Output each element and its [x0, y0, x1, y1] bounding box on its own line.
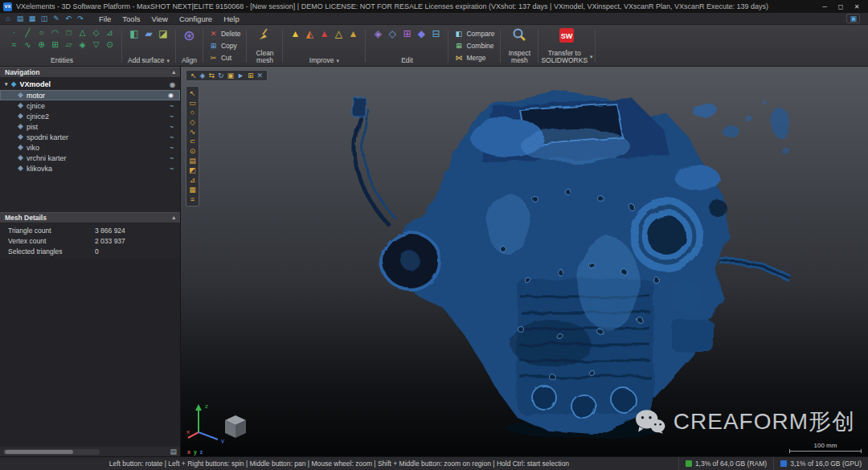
entity-tool-icon[interactable]: □ — [63, 27, 75, 39]
tree-item-pist[interactable]: pist ~ — [0, 121, 180, 132]
selection-tool-icon[interactable]: ↖ — [190, 89, 196, 97]
inspect-mesh-button[interactable]: Inspect mesh — [502, 27, 537, 65]
close-button[interactable]: ✕ — [849, 3, 865, 10]
visibility-toggle-icon[interactable]: ~ — [170, 112, 174, 121]
menu-item-tools[interactable]: Tools — [117, 14, 145, 23]
copy-button[interactable]: ⊞ Copy — [207, 40, 243, 51]
visibility-toggle-icon[interactable]: ~ — [170, 133, 174, 141]
menu-item-view[interactable]: View — [146, 14, 174, 23]
edit-tool-icon[interactable]: ⊞ — [400, 27, 413, 40]
entity-tool-icon[interactable]: ∿ — [22, 39, 34, 51]
tree-item-spodni-karter[interactable]: spodni karter ~ — [0, 132, 180, 142]
selection-tool-icon[interactable]: ◩ — [189, 166, 196, 174]
entity-tool-icon[interactable]: ⊕ — [35, 39, 47, 51]
tree-root-vxmodel[interactable]: ▾ VXmodel ◉ — [0, 79, 180, 90]
quick-access-icon[interactable]: ↶ — [63, 14, 73, 22]
quick-access-icon[interactable]: ✎ — [51, 14, 61, 22]
visibility-toggle-icon[interactable]: ~ — [170, 144, 174, 152]
menu-item-configure[interactable]: Configure — [174, 14, 218, 23]
visibility-toggle-icon[interactable]: ~ — [170, 123, 174, 131]
entity-tool-icon[interactable]: ⊿ — [104, 27, 116, 39]
selection-tool-icon[interactable]: ◇ — [190, 118, 195, 126]
selection-tool-icon[interactable]: ▦ — [189, 186, 196, 194]
quick-access-icon[interactable]: ⌂ — [3, 14, 13, 22]
cut-button[interactable]: ✂ Cut — [207, 52, 243, 63]
viewport-tool-icon[interactable]: ↖ — [190, 72, 197, 80]
viewport-tool-icon[interactable]: ⇆ — [208, 72, 215, 80]
entity-tool-icon[interactable]: ╱ — [22, 27, 34, 39]
navigation-cube[interactable] — [221, 411, 250, 440]
collapse-chevron-icon[interactable]: ▴ — [172, 215, 175, 221]
improve-tool-icon[interactable]: ◭ — [303, 27, 316, 40]
tree-item-cjnice[interactable]: cjnice ~ — [0, 100, 180, 111]
compare-button[interactable]: ◧ Compare — [452, 28, 496, 39]
visibility-toggle-icon[interactable]: ~ — [170, 165, 174, 173]
quick-access-icon[interactable]: ▤ — [15, 14, 25, 22]
mesh-details-header[interactable]: Mesh Details ▴ — [0, 212, 180, 223]
transfer-solidworks-button[interactable]: SW Transfer to SOLIDWORKS ▾ — [539, 27, 594, 65]
panel-toggle-icon[interactable]: ▣ — [846, 14, 860, 23]
selection-tool-icon[interactable]: ⊿ — [190, 176, 196, 184]
edit-tool-icon[interactable]: ◆ — [415, 27, 428, 40]
selection-tool-icon[interactable]: ○ — [190, 108, 194, 116]
selection-tool-icon[interactable]: ∿ — [190, 128, 196, 136]
entity-tool-icon[interactable]: ⊞ — [49, 39, 61, 51]
improve-tool-icon[interactable]: ▲ — [317, 27, 330, 40]
improve-tool-icon[interactable]: ▲ — [289, 27, 301, 40]
entity-tool-icon[interactable]: ◠ — [49, 27, 61, 39]
quick-access-icon[interactable]: ▦ — [27, 14, 37, 22]
visibility-toggle-icon[interactable]: ~ — [170, 154, 174, 162]
expand-arrow-icon[interactable]: ▾ — [5, 81, 8, 88]
tree-item-vrchni-karter[interactable]: vrchni karter ~ — [0, 153, 180, 163]
menu-item-file[interactable]: File — [93, 14, 117, 23]
entity-tool-icon[interactable]: ▽ — [90, 39, 102, 51]
viewport-3d[interactable]: ↖◈⇆↻▣►⊞✕ ↖▭○◇∿⊂⊙▤◩⊿▦≡ — [181, 67, 868, 456]
viewport-tool-icon[interactable]: ► — [237, 72, 244, 80]
selection-tool-icon[interactable]: ⊂ — [190, 137, 196, 145]
entity-tool-icon[interactable]: ≈ — [8, 39, 20, 51]
engine-3d-model[interactable] — [309, 78, 808, 443]
entity-tool-icon[interactable]: ▱ — [63, 39, 75, 51]
entity-tool-icon[interactable]: △ — [76, 27, 88, 39]
quick-access-icon[interactable]: ↷ — [76, 14, 85, 22]
ribbon-group-add-surface[interactable]: ◧▰◪ Add surface ▾ — [123, 27, 174, 65]
navigation-panel-header[interactable]: Navigation ▴ — [0, 67, 180, 78]
edit-tool-icon[interactable]: ⊟ — [429, 27, 442, 40]
delete-button[interactable]: ✕ Delete — [207, 28, 243, 39]
viewport-tool-icon[interactable]: ↻ — [218, 72, 224, 80]
selection-tool-icon[interactable]: ≡ — [190, 195, 194, 203]
visibility-eye-icon[interactable]: ◉ — [168, 92, 174, 99]
combine-button[interactable]: ⊞ Combine — [452, 40, 496, 51]
add-surface-tool-icon[interactable]: ◧ — [128, 27, 141, 40]
minimize-button[interactable]: ─ — [817, 3, 833, 10]
ribbon-group-align[interactable]: ⊛ Align — [177, 27, 202, 65]
add-surface-tool-icon[interactable]: ▰ — [142, 27, 155, 40]
entity-tool-icon[interactable]: ○ — [35, 27, 47, 39]
selection-tool-icon[interactable]: ▭ — [189, 99, 196, 107]
improve-tool-icon[interactable]: ▲ — [346, 27, 359, 40]
quick-access-icon[interactable]: ◫ — [39, 14, 49, 22]
visibility-toggle-icon[interactable]: ~ — [170, 102, 174, 110]
maximize-button[interactable]: ◻ — [833, 3, 849, 10]
clean-mesh-button[interactable]: Clean mesh — [248, 27, 281, 65]
viewport-tool-icon[interactable]: ▣ — [227, 72, 235, 80]
root-visibility-icon[interactable]: ◉ — [170, 81, 175, 88]
edit-tool-icon[interactable]: ◈ — [371, 27, 384, 40]
improve-tool-icon[interactable]: △ — [332, 27, 345, 40]
tree-item-viko[interactable]: viko ~ — [0, 142, 180, 153]
viewport-tool-icon[interactable]: ✕ — [257, 72, 264, 80]
selection-tool-icon[interactable]: ⊙ — [190, 147, 196, 155]
viewport-tool-icon[interactable]: ◈ — [200, 72, 206, 80]
edit-tool-icon[interactable]: ◇ — [386, 27, 399, 40]
list-view-icon[interactable]: ▤ — [170, 448, 177, 456]
add-surface-tool-icon[interactable]: ◪ — [157, 27, 170, 40]
entity-tool-icon[interactable]: · — [8, 27, 20, 39]
merge-button[interactable]: ⋈ Merge — [452, 52, 496, 63]
selection-tool-icon[interactable]: ▤ — [189, 157, 196, 165]
entity-tool-icon[interactable]: ◈ — [76, 39, 88, 51]
tree-item-cjnice2[interactable]: cjnice2 ~ — [0, 111, 180, 121]
collapse-chevron-icon[interactable]: ▴ — [172, 69, 175, 76]
menu-item-help[interactable]: Help — [218, 14, 245, 23]
tree-item-motor[interactable]: motor ◉ — [0, 90, 180, 100]
scrollbar-thumb[interactable] — [5, 450, 73, 454]
